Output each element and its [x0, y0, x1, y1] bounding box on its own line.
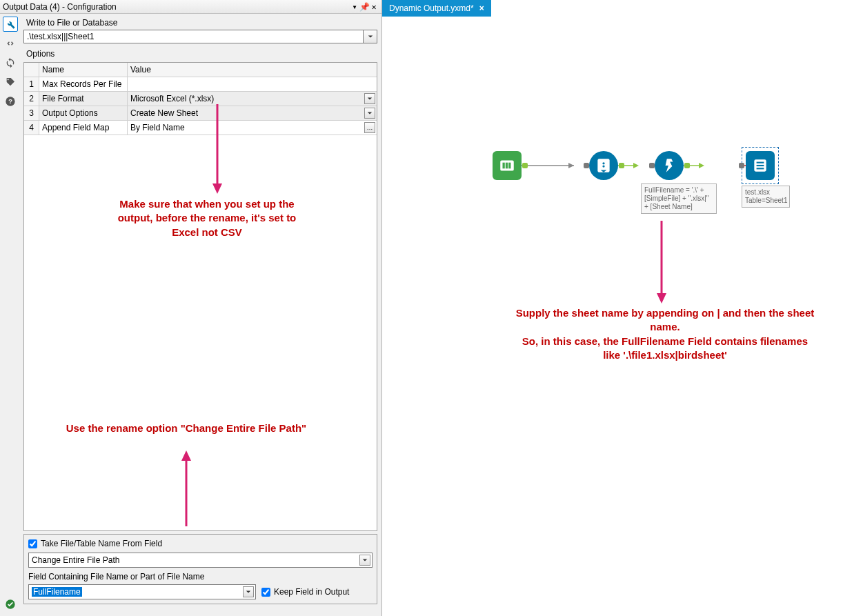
option-row[interactable]: 3 Output Options Create New Sheet [24, 106, 377, 121]
svg-point-20 [602, 162, 604, 164]
options-header-row: Name Value [24, 63, 377, 77]
row-name: Append Field Map [39, 121, 128, 135]
row-value[interactable] [128, 77, 377, 91]
svg-marker-4 [212, 183, 222, 194]
field-containing-label: Field Containing File Name or Part of Fi… [28, 572, 373, 582]
svg-rect-16 [503, 163, 505, 169]
row-value[interactable]: Create New Sheet [128, 106, 377, 120]
input-anchor[interactable] [649, 163, 655, 168]
row-number-header [24, 63, 39, 77]
status-ok-icon [3, 597, 18, 612]
workflow-tab[interactable]: Dynamic Output.yxmd* × [382, 0, 491, 17]
code-icon[interactable] [3, 36, 18, 51]
arrow-icon [179, 450, 193, 526]
row-name: Max Records Per File [39, 77, 128, 91]
svg-rect-18 [508, 163, 510, 169]
value-header: Value [128, 63, 377, 77]
tab-close-icon[interactable]: × [479, 3, 484, 13]
svg-point-21 [602, 165, 604, 167]
svg-marker-12 [699, 163, 704, 168]
options-label: Options [23, 48, 377, 61]
wrench-icon[interactable] [3, 17, 18, 32]
row-value[interactable]: By Field Name… [128, 121, 377, 135]
config-header: Output Data (4) - Configuration ▾ 📌 ✕ [0, 0, 381, 14]
name-header: Name [39, 63, 128, 77]
options-grid: Name Value 1 Max Records Per File 2 File… [23, 62, 377, 531]
svg-marker-10 [633, 163, 639, 168]
config-main: Write to File or Database Options Name V… [21, 14, 381, 616]
output-anchor[interactable] [684, 163, 690, 168]
side-toolbar: ? [0, 14, 21, 616]
ellipsis-button[interactable]: … [364, 122, 375, 133]
output-anchor[interactable] [619, 163, 624, 168]
refresh-icon[interactable] [3, 55, 18, 70]
field-name-value: FullFilename [32, 587, 82, 597]
arrow-icon [655, 221, 668, 304]
keep-field-checkbox[interactable] [261, 588, 270, 597]
take-name-check-row: Take File/Table Name From Field [28, 539, 373, 548]
row-value[interactable]: Microsoft Excel (*.xlsx) [128, 92, 377, 106]
svg-rect-17 [506, 163, 508, 169]
file-input-row [23, 30, 377, 43]
keep-field-label: Keep Field in Output [274, 587, 349, 597]
chevron-down-icon[interactable] [364, 93, 375, 104]
tab-label: Dynamic Output.yxmd* [389, 3, 474, 13]
take-name-label: Take File/Table Name From Field [41, 539, 162, 548]
dropdown-icon[interactable]: ▾ [350, 2, 359, 12]
annotation-excel: Make sure that when you set up the outpu… [107, 197, 307, 239]
pin-icon[interactable]: 📌 [359, 2, 369, 12]
svg-text:?: ? [8, 98, 12, 105]
write-label: Write to File or Database [23, 17, 377, 30]
annotation-sheetname: Supply the sheet name by appending on | … [513, 306, 817, 362]
close-icon[interactable]: ✕ [369, 2, 379, 12]
row-num: 2 [24, 92, 39, 106]
path-option-select[interactable]: Change Entire File Path [28, 553, 373, 568]
help-icon[interactable]: ? [3, 94, 18, 109]
path-option-value: Change Entire File Path [32, 555, 119, 565]
input-anchor[interactable] [739, 163, 744, 168]
output-annotation: test.xlsx Table=Sheet1 [742, 186, 790, 208]
take-name-checkbox[interactable] [28, 539, 37, 548]
select-tool[interactable] [589, 151, 618, 180]
connection-line [513, 160, 768, 174]
canvas-pane: Dynamic Output.yxmd* × [382, 0, 863, 616]
chevron-down-icon[interactable] [359, 555, 370, 566]
keep-field-row: Keep Field in Output [261, 587, 349, 597]
take-name-section: Take File/Table Name From Field Change E… [23, 534, 377, 604]
input-anchor[interactable] [584, 163, 589, 168]
row-num: 4 [24, 121, 39, 135]
output-data-tool[interactable] [746, 151, 775, 180]
config-pane: Output Data (4) - Configuration ▾ 📌 ✕ ? … [0, 0, 382, 616]
workflow-canvas[interactable]: FullFilename = '.\' + [SimpleFile] + ".x… [382, 17, 863, 616]
row-value-text: Microsoft Excel (*.xlsx) [130, 94, 214, 103]
row-num: 3 [24, 106, 39, 120]
config-body: ? Write to File or Database Options Name… [0, 14, 381, 616]
tab-bar: Dynamic Output.yxmd* × [382, 0, 863, 17]
row-name: Output Options [39, 106, 128, 120]
output-anchor[interactable] [522, 163, 528, 168]
option-row[interactable]: 2 File Format Microsoft Excel (*.xlsx) [24, 92, 377, 106]
chevron-down-icon[interactable] [364, 108, 375, 119]
file-path-input[interactable] [23, 30, 364, 43]
svg-marker-27 [657, 293, 666, 304]
field-name-select[interactable]: FullFilename [28, 584, 256, 599]
row-num: 1 [24, 77, 39, 91]
formula-annotation: FullFilename = '.\' + [SimpleFile] + ".x… [641, 183, 717, 214]
option-row[interactable]: 1 Max Records Per File [24, 77, 377, 92]
svg-marker-6 [181, 450, 191, 461]
chevron-down-icon[interactable] [243, 586, 254, 597]
field-select-row: FullFilename Keep Field in Output [28, 584, 373, 599]
option-row[interactable]: 4 Append Field Map By Field Name… [24, 121, 377, 135]
annotation-rename: Use the rename option "Change Entire Fil… [66, 421, 307, 435]
row-value-text: Create New Sheet [130, 108, 198, 118]
arrow-icon [210, 104, 224, 194]
row-name: File Format [39, 92, 128, 106]
text-input-tool[interactable] [493, 151, 522, 180]
tag-icon[interactable] [3, 74, 18, 90]
svg-marker-8 [568, 163, 574, 168]
row-value-text: By Field Name [130, 123, 185, 132]
file-dropdown-button[interactable] [364, 30, 377, 43]
formula-tool[interactable] [655, 151, 684, 180]
config-title: Output Data (4) - Configuration [3, 2, 350, 12]
